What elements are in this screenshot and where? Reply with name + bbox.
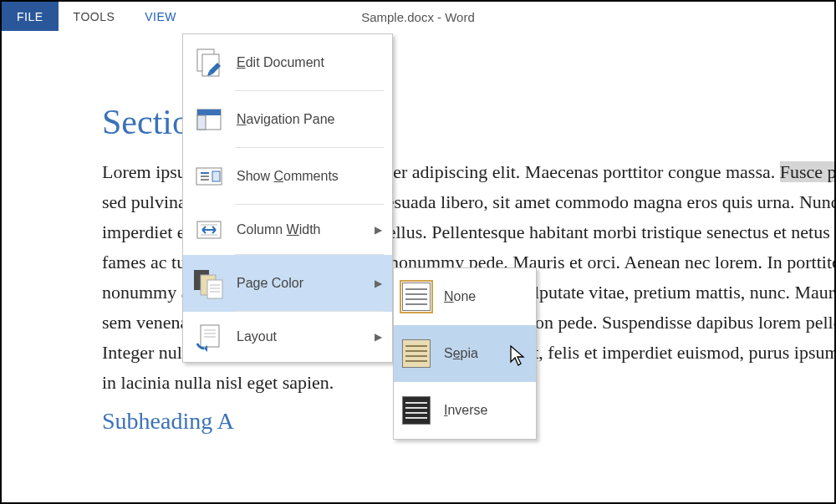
view-menu: Edit Document Navigation Pane Show Comme… bbox=[182, 33, 393, 363]
menu-item-navigation-pane[interactable]: Navigation Pane bbox=[183, 91, 392, 148]
submenu-arrow-icon: ▶ bbox=[375, 331, 382, 343]
menu-label: Column Width bbox=[237, 222, 375, 237]
svg-rect-15 bbox=[207, 280, 222, 298]
page-color-inverse-icon bbox=[402, 396, 431, 425]
page-color-none-icon bbox=[402, 283, 431, 311]
file-tab[interactable]: FILE bbox=[2, 2, 59, 31]
svg-rect-3 bbox=[197, 109, 221, 115]
page-color-icon bbox=[190, 264, 228, 303]
view-tab[interactable]: VIEW bbox=[130, 2, 191, 31]
column-width-icon bbox=[190, 211, 228, 249]
menu-label: Page Color bbox=[237, 276, 375, 291]
submenu-label: None bbox=[444, 289, 476, 304]
submenu-arrow-icon: ▶ bbox=[375, 277, 382, 289]
submenu-label: Sepia bbox=[444, 346, 478, 361]
submenu-item-inverse[interactable]: Inverse bbox=[394, 382, 536, 439]
layout-icon bbox=[190, 318, 228, 356]
submenu-item-sepia[interactable]: Sepia bbox=[394, 325, 536, 382]
edit-document-icon bbox=[190, 43, 228, 82]
menu-label: Layout bbox=[237, 329, 375, 344]
menu-label: Navigation Pane bbox=[237, 112, 382, 127]
menu-bar: FILE TOOLS VIEW Sample.docx - Word bbox=[2, 2, 834, 32]
page-color-submenu: None Sepia Inverse bbox=[393, 267, 537, 440]
page-color-sepia-icon bbox=[402, 339, 431, 368]
submenu-arrow-icon: ▶ bbox=[375, 224, 382, 236]
menu-label: Show Comments bbox=[237, 169, 382, 184]
navigation-pane-icon bbox=[190, 100, 228, 139]
menu-item-layout[interactable]: Layout ▶ bbox=[183, 312, 392, 362]
submenu-item-none[interactable]: None bbox=[394, 268, 536, 325]
menu-item-show-comments[interactable]: Show Comments bbox=[183, 148, 392, 205]
menu-item-edit-document[interactable]: Edit Document bbox=[183, 34, 392, 91]
svg-rect-9 bbox=[212, 171, 220, 181]
submenu-label: Inverse bbox=[444, 403, 487, 418]
svg-rect-4 bbox=[197, 115, 206, 130]
svg-rect-19 bbox=[201, 325, 219, 347]
doc-highlight: Fusce p bbox=[780, 161, 836, 182]
menu-item-column-width[interactable]: Column Width ▶ bbox=[183, 205, 392, 255]
menu-item-page-color[interactable]: Page Color ▶ bbox=[183, 255, 392, 312]
show-comments-icon bbox=[190, 157, 228, 196]
menu-label: Edit Document bbox=[237, 55, 382, 70]
tools-tab[interactable]: TOOLS bbox=[59, 2, 130, 31]
